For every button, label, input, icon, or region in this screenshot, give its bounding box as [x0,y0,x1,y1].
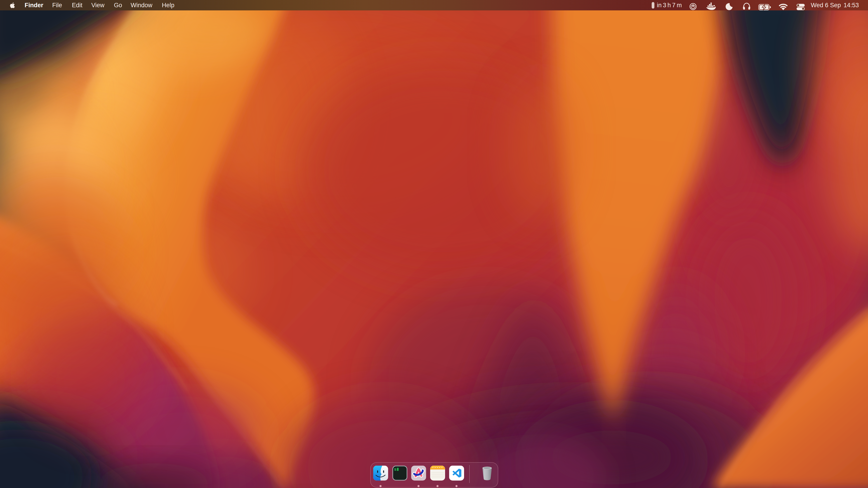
svg-text:$: $ [394,468,396,471]
